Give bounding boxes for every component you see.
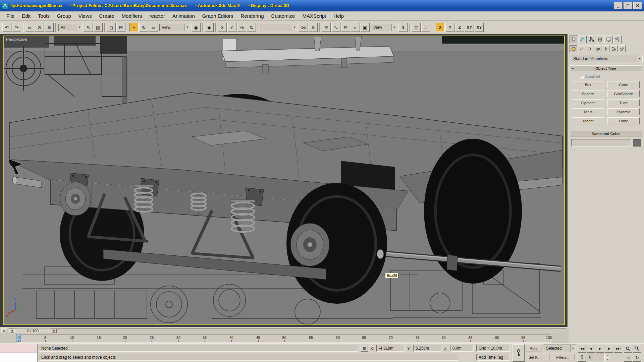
subtab-helpers[interactable] [602, 45, 609, 52]
zoom-button[interactable] [624, 345, 632, 353]
render-type-dropdown[interactable]: View ▼ [371, 24, 397, 31]
tab-create[interactable] [570, 36, 578, 43]
spinner-up-icon[interactable]: ▲ [605, 354, 610, 357]
menu-edit[interactable]: Edit [18, 12, 34, 20]
time-slider-handle[interactable]: 0 / 100 [14, 328, 51, 333]
y-coord-field[interactable]: 5.258m [413, 345, 441, 352]
box-button[interactable]: Box [572, 81, 604, 88]
autogrid-checkbox[interactable] [580, 75, 584, 79]
select-by-name-button[interactable]: ▤ [94, 23, 103, 32]
time-slider-prev-arrow[interactable]: ◀ [9, 329, 14, 333]
rectangular-region-button[interactable]: ◻ [107, 23, 116, 32]
menu-rendering[interactable]: Rendering [237, 12, 267, 20]
perspective-viewport[interactable]: Perspective Box38 [3, 36, 565, 325]
next-frame-button[interactable]: |▶ [605, 345, 613, 353]
subtab-cameras[interactable] [594, 45, 601, 52]
tab-display[interactable] [604, 36, 613, 43]
menu-customize[interactable]: Customize [268, 12, 299, 20]
maxscript-mini-listener-macro[interactable] [0, 344, 38, 353]
key-mode-dropdown[interactable]: Selected ▼ [544, 345, 576, 352]
menu-graph-editors[interactable]: Graph Editors [199, 12, 237, 20]
use-pivot-center-button[interactable]: ◉ [192, 23, 201, 32]
open-mini-curve-editor-button[interactable]: ⊞ [1, 328, 7, 333]
current-frame-field[interactable]: 0 [587, 354, 605, 361]
object-color-swatch[interactable] [633, 139, 641, 146]
spinner-snap-button[interactable]: ⇅ [247, 23, 256, 32]
menu-create[interactable]: Create [96, 12, 118, 20]
axis-xy-flyout-button[interactable]: XY [475, 23, 484, 32]
teapot-button[interactable]: Teapot [572, 117, 604, 124]
close-button[interactable]: × [633, 2, 642, 9]
auto-key-button[interactable]: Auto [526, 345, 541, 352]
object-name-input[interactable] [571, 139, 631, 146]
key-filter-toggle[interactable] [543, 354, 549, 361]
selection-lock-toggle[interactable]: ⊠ [361, 345, 368, 352]
geosphere-button[interactable]: GeoSphere [607, 90, 640, 97]
layer-manager-button[interactable]: ≣ [322, 23, 331, 32]
menu-views[interactable]: Views [75, 12, 96, 20]
mirror-button[interactable]: ⋈ [299, 23, 308, 32]
bind-spacewarp-button[interactable]: ≋ [45, 23, 54, 32]
menu-group[interactable]: Group [53, 12, 75, 20]
subtab-geometry[interactable] [570, 45, 577, 52]
render-scene-button[interactable]: ▣ [361, 23, 370, 32]
select-and-scale-button[interactable]: ▱ [149, 23, 158, 32]
plane-button[interactable]: Plane [607, 117, 640, 124]
time-slider-track[interactable]: ◀ 0 / 100 ▶ [9, 328, 566, 333]
tab-modify[interactable] [578, 36, 587, 43]
maximize-button[interactable]: □ [624, 2, 632, 9]
pan-view-button[interactable]: ⊕ [624, 354, 632, 362]
track-bar[interactable]: 0 5 10 15 20 25 30 35 40 45 50 55 60 65 … [0, 334, 569, 343]
select-and-move-button[interactable]: + [129, 23, 139, 32]
key-filters-button[interactable]: Filters... [551, 354, 575, 361]
quick-render-button[interactable]: ↯ [398, 23, 408, 32]
name-and-color-rollout[interactable]: – Name and Color [570, 131, 642, 136]
reference-coord-system-dropdown[interactable]: View ▼ [159, 24, 190, 31]
material-editor-button[interactable]: ◐ [351, 23, 360, 32]
select-and-manipulate-button[interactable]: ◆ [205, 23, 214, 32]
menu-tools[interactable]: Tools [34, 12, 53, 20]
frame-spinner[interactable]: ▲ ▼ [605, 354, 610, 361]
add-time-tag-field[interactable]: Add Time Tag [476, 354, 510, 361]
cone-button[interactable]: Cone [607, 81, 640, 88]
minimize-button[interactable]: _ [614, 2, 623, 9]
x-coord-field[interactable]: -4.319m [376, 345, 405, 352]
select-object-button[interactable]: ↖ [84, 23, 93, 32]
percent-snap-button[interactable]: % [237, 23, 246, 32]
render-last-button[interactable]: ▽ [412, 23, 421, 32]
zoom-extents-button[interactable] [633, 345, 641, 353]
named-selection-sets-dropdown[interactable]: ▼ [261, 24, 298, 31]
key-mode-toggle-button[interactable] [578, 354, 586, 362]
viewport-label[interactable]: Perspective [6, 37, 27, 42]
set-keys-button[interactable] [513, 344, 525, 362]
frame-ruler[interactable]: 0 5 10 15 20 25 30 35 40 45 50 55 60 65 … [16, 334, 551, 343]
menu-modifiers[interactable]: Modifiers [118, 12, 146, 20]
menu-animation[interactable]: Animation [169, 12, 199, 20]
torus-button[interactable]: Torus [572, 108, 604, 115]
viewport-canvas[interactable]: x y z [4, 36, 564, 324]
subtab-spacewarps[interactable] [610, 45, 618, 52]
schematic-view-button[interactable]: ⊟ [341, 23, 350, 32]
go-to-start-button[interactable]: |◀◀ [578, 345, 586, 353]
time-slider-next-arrow[interactable]: ▶ [52, 329, 57, 333]
sphere-button[interactable]: Sphere [572, 90, 604, 97]
menu-maxscript[interactable]: MAXScript [299, 12, 330, 20]
z-coord-field[interactable]: 0.0m [450, 345, 474, 352]
redo-button[interactable]: ↷ [12, 23, 21, 32]
axis-y-button[interactable]: Y [445, 23, 454, 32]
axis-x-button[interactable]: X [436, 23, 445, 32]
menu-help[interactable]: Help [330, 12, 347, 20]
select-link-button[interactable]: ∞ [25, 23, 34, 32]
align-button[interactable]: ≡ [309, 23, 318, 32]
cylinder-button[interactable]: Cylinder [572, 99, 604, 106]
pyramid-button[interactable]: Pyramid [607, 108, 640, 115]
arc-rotate-button[interactable]: ↻ [633, 354, 641, 362]
curve-editor-button[interactable]: ∿ [331, 23, 340, 32]
reactor-button[interactable]: ∴ [421, 23, 430, 32]
set-key-button[interactable]: Set K. [526, 354, 541, 361]
select-and-rotate-button[interactable]: ↻ [139, 23, 148, 32]
undo-button[interactable]: ↶ [2, 23, 11, 32]
primitives-category-dropdown[interactable]: Standard Primitives ▼ [571, 55, 643, 62]
subtab-lights[interactable] [586, 45, 593, 52]
selection-filter-dropdown[interactable]: All ▼ [58, 24, 83, 31]
